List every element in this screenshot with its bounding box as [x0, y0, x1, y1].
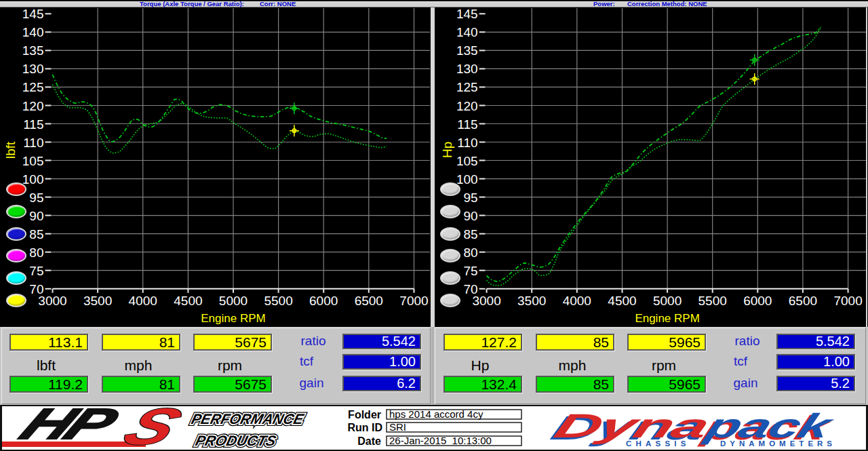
- svg-text:6000: 6000: [309, 294, 338, 308]
- svg-text:Hp: Hp: [440, 142, 454, 158]
- svg-text:4500: 4500: [608, 294, 636, 308]
- svg-text:135: 135: [456, 43, 478, 58]
- svg-text:145: 145: [22, 7, 44, 21]
- svg-text:7000: 7000: [399, 294, 428, 308]
- svg-text:PRODUCTS: PRODUCTS: [194, 433, 278, 449]
- svg-text:5500: 5500: [698, 294, 727, 308]
- svg-text:85: 85: [29, 227, 43, 241]
- svg-text:lbft: lbft: [3, 141, 18, 159]
- svg-text:3000: 3000: [472, 294, 500, 308]
- svg-text:S: S: [113, 406, 193, 451]
- svg-text:3000: 3000: [38, 294, 66, 308]
- svg-text:SRI: SRI: [389, 421, 406, 433]
- svg-text:90: 90: [463, 209, 477, 223]
- svg-text:125: 125: [456, 80, 478, 94]
- svg-text:Engine RPM: Engine RPM: [201, 312, 265, 325]
- svg-text:75: 75: [29, 264, 43, 278]
- svg-text:115: 115: [23, 117, 43, 132]
- svg-text:5000: 5000: [219, 294, 248, 308]
- svg-text:7000: 7000: [833, 294, 862, 308]
- svg-text:140: 140: [22, 25, 44, 39]
- svg-text:4500: 4500: [174, 294, 202, 308]
- svg-text:120: 120: [22, 99, 44, 113]
- svg-text:130: 130: [456, 62, 478, 76]
- svg-text:90: 90: [29, 209, 43, 223]
- svg-text:6500: 6500: [355, 294, 383, 308]
- svg-text:3500: 3500: [517, 294, 546, 308]
- svg-text:CHASSIS: CHASSIS: [626, 439, 690, 448]
- svg-text:95: 95: [463, 191, 477, 205]
- svg-text:6000: 6000: [743, 294, 772, 308]
- svg-text:125: 125: [22, 80, 44, 94]
- svg-text:hps 2014 accord 4cy: hps 2014 accord 4cy: [389, 408, 484, 420]
- svg-text:95: 95: [29, 191, 43, 205]
- svg-text:5000: 5000: [653, 294, 682, 308]
- svg-text:105: 105: [456, 154, 478, 168]
- svg-text:105: 105: [22, 154, 44, 168]
- svg-text:110: 110: [457, 136, 477, 150]
- svg-text:140: 140: [456, 25, 478, 39]
- svg-text:3500: 3500: [83, 294, 112, 308]
- svg-text:PERFORMANCE: PERFORMANCE: [190, 411, 306, 427]
- svg-text:110: 110: [23, 136, 43, 150]
- svg-text:Date: Date: [357, 435, 381, 447]
- svg-text:4000: 4000: [563, 294, 591, 308]
- svg-text:100: 100: [456, 172, 478, 187]
- svg-text:85: 85: [463, 227, 477, 241]
- svg-text:100: 100: [22, 172, 44, 187]
- svg-text:145: 145: [456, 7, 478, 21]
- svg-text:115: 115: [457, 117, 477, 132]
- svg-text:4000: 4000: [129, 294, 157, 308]
- svg-text:80: 80: [463, 246, 477, 260]
- svg-text:Engine RPM: Engine RPM: [635, 312, 699, 325]
- svg-text:6500: 6500: [789, 294, 817, 308]
- svg-text:5500: 5500: [264, 294, 292, 308]
- svg-text:75: 75: [463, 264, 477, 278]
- svg-text:135: 135: [22, 43, 44, 58]
- svg-text:130: 130: [22, 62, 44, 76]
- svg-text:80: 80: [29, 246, 43, 260]
- svg-text:DYNAMOMETERS: DYNAMOMETERS: [720, 439, 836, 448]
- svg-text:120: 120: [456, 99, 478, 113]
- svg-text:26-Jan-2015 10:13:00: 26-Jan-2015 10:13:00: [389, 435, 492, 446]
- svg-text:Folder: Folder: [348, 409, 381, 420]
- svg-text:Run ID: Run ID: [347, 422, 382, 433]
